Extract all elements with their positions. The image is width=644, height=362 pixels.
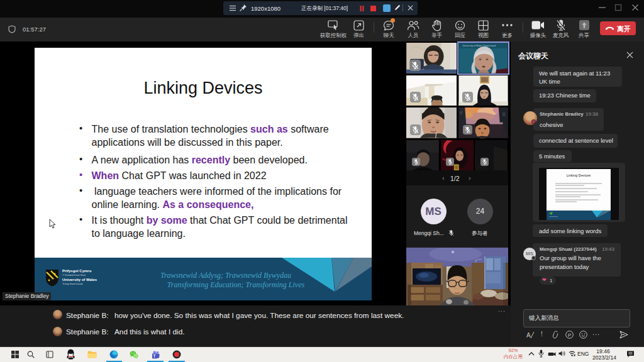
svg-text:T: T <box>153 354 156 358</box>
svg-text:A: A <box>526 332 531 339</box>
svg-text:P: P <box>568 332 571 338</box>
svg-text:University of Wales Trawsnewi: University of Wales Trawsnewid <box>462 45 496 47</box>
